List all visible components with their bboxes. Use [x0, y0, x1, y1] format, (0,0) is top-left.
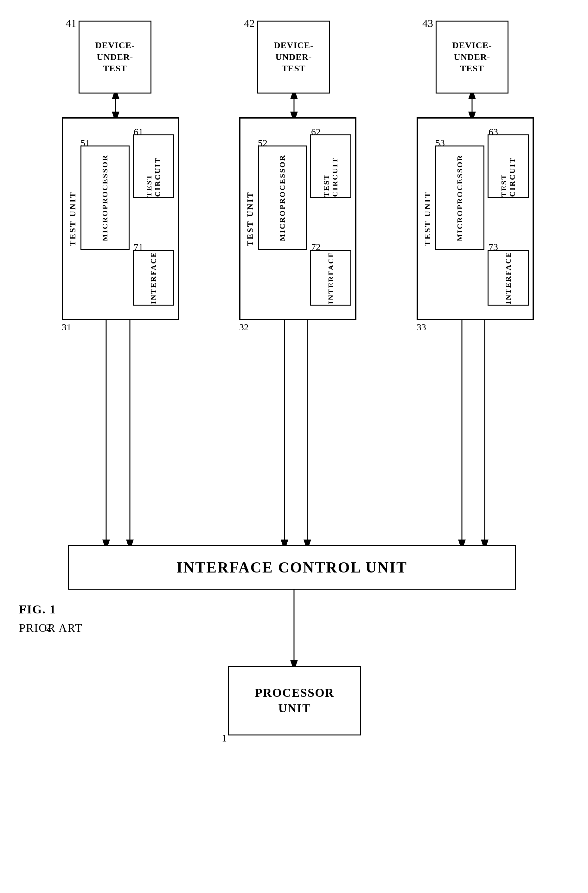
ref-2-label: 2	[46, 621, 51, 633]
ref-41: 41	[66, 17, 76, 30]
interface-73-label: INTERFACE	[504, 251, 513, 304]
test-unit-32-outer: TEST UNIT MICROPROCESSOR 52 TEST CIRCUIT…	[239, 117, 356, 320]
ref-61: 61	[134, 126, 143, 137]
processor-unit: PROCESSORUNIT	[228, 666, 361, 735]
ref-71: 71	[134, 242, 143, 253]
device-under-test-43: DEVICE-UNDER-TEST	[436, 21, 508, 93]
test-unit-31-label: TEST UNIT	[68, 191, 78, 246]
test-unit-31-outer: TEST UNIT MICROPROCESSOR 51 TEST CIRCUIT…	[62, 117, 179, 320]
test-unit-32-label: TEST UNIT	[246, 191, 255, 246]
ref-52: 52	[258, 138, 267, 148]
device-under-test-42: DEVICE-UNDER-TEST	[257, 21, 330, 93]
ref-72: 72	[311, 242, 321, 253]
interface-71: INTERFACE	[133, 250, 174, 305]
test-unit-33-outer: TEST UNIT MICROPROCESSOR 53 TEST CIRCUIT…	[417, 117, 534, 320]
microprocessor-53: MICROPROCESSOR	[435, 146, 484, 250]
interface-control-unit: INTERFACE CONTROL UNIT	[68, 545, 516, 589]
ref-63: 63	[489, 126, 498, 137]
interface-71-label: INTERFACE	[149, 251, 158, 304]
test-circuit-62: TEST CIRCUIT	[310, 134, 351, 198]
test-circuit-62-label: TEST CIRCUIT	[322, 135, 339, 197]
processor-unit-label: PROCESSORUNIT	[255, 685, 334, 716]
ref-73: 73	[489, 242, 498, 253]
interface-72-label: INTERFACE	[327, 251, 335, 304]
test-unit-33-label: TEST UNIT	[423, 191, 432, 246]
ref-31: 31	[62, 322, 71, 332]
interface-72: INTERFACE	[310, 250, 351, 305]
test-circuit-61: TEST CIRCUIT	[133, 134, 174, 198]
ref-43: 43	[422, 17, 433, 30]
figure-label: FIG. 1	[19, 602, 56, 616]
device-under-test-41: DEVICE-UNDER-TEST	[79, 21, 152, 93]
ref-62: 62	[311, 126, 321, 137]
ref-53: 53	[435, 138, 445, 148]
ref-32: 32	[239, 322, 249, 332]
page: FIG. 1 PRIOR ART 2 DEVICE-UNDER-TEST 41 …	[0, 0, 588, 893]
microprocessor-53-label: MICROPROCESSOR	[456, 154, 464, 241]
ref-1: 1	[222, 732, 227, 744]
ref-33: 33	[417, 322, 426, 332]
icu-label: INTERFACE CONTROL UNIT	[177, 558, 407, 577]
test-circuit-61-label: TEST CIRCUIT	[145, 135, 162, 197]
ref-51: 51	[81, 138, 90, 148]
interface-73: INTERFACE	[488, 250, 529, 305]
microprocessor-51: MICROPROCESSOR	[81, 146, 130, 250]
microprocessor-51-label: MICROPROCESSOR	[101, 154, 109, 241]
test-circuit-63: TEST CIRCUIT	[488, 134, 529, 198]
microprocessor-52-label: MICROPROCESSOR	[278, 154, 287, 241]
test-circuit-63-label: TEST CIRCUIT	[500, 135, 517, 197]
microprocessor-52: MICROPROCESSOR	[258, 146, 307, 250]
ref-42: 42	[244, 17, 255, 30]
